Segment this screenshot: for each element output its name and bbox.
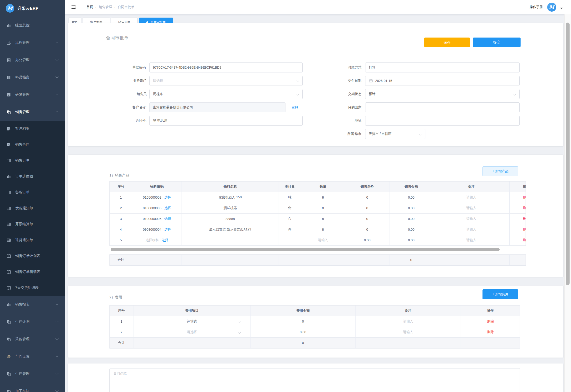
price-cell[interactable]: 0 <box>345 192 390 203</box>
delete-row-link[interactable]: 删除 <box>487 330 494 334</box>
sidebar-item-shipping-notice[interactable]: 发货通知单 <box>0 200 65 216</box>
delete-row-link[interactable]: 删除 <box>487 319 494 323</box>
sidebar-item-7day-delivery-report[interactable]: 7天交货明细表 <box>0 280 65 296</box>
collapse-sidebar-icon[interactable] <box>71 4 76 10</box>
note-cell[interactable]: 请输入 <box>433 192 510 203</box>
doc-code-input[interactable] <box>153 66 299 69</box>
form-row: 单据编码: <box>73 62 309 72</box>
contract-terms-textarea[interactable] <box>109 368 520 392</box>
note-cell[interactable]: 请输入 <box>356 327 461 337</box>
sidebar-item-return-notice[interactable]: 退货通知单 <box>0 232 65 248</box>
delete-row-link[interactable]: 删除 <box>523 227 526 232</box>
material-select-link[interactable]: 选择 <box>164 195 171 200</box>
fee-item-select[interactable]: 运输费 <box>134 316 251 327</box>
qty-cell[interactable]: 请输入 <box>301 235 345 246</box>
sidebar-item-production-plan[interactable]: 生产计划 <box>0 313 65 330</box>
address-field[interactable] <box>365 116 520 126</box>
contract-no-field[interactable] <box>150 116 303 126</box>
doc-code-field[interactable] <box>150 62 303 72</box>
fees-card: 2）费用 + 新增费用 序号 费用项目 费用金额 备注 操作 1 运输费 0 请… <box>68 286 563 358</box>
sidebar-item-workshop-settings[interactable]: 车间设置 <box>0 348 65 365</box>
horizontal-scrollbar-thumb[interactable] <box>111 248 500 251</box>
sidebar-item-sales-mgmt[interactable]: 销售管理 <box>0 103 65 121</box>
price-cell[interactable]: 0.00 <box>345 235 390 246</box>
sidebar-item-sales-contract[interactable]: 销售合同 <box>0 137 65 153</box>
delivery-status-select[interactable]: 预计 <box>365 89 520 99</box>
salesperson-select[interactable]: 周桂东 <box>150 89 303 99</box>
breadcrumb-sales-mgmt[interactable]: 销售管理 <box>99 5 112 9</box>
qty-cell[interactable]: 8 <box>301 203 345 214</box>
sidebar-item-rd-mgmt[interactable]: 研发管理 <box>0 86 65 103</box>
app-logo[interactable]: M 升阳云ERP <box>0 0 65 17</box>
delete-row-link[interactable]: 删除 <box>523 217 526 221</box>
manual-link[interactable]: 操作手册 <box>530 5 543 9</box>
contract-no-input[interactable] <box>153 119 299 123</box>
doc-edit-icon <box>6 126 11 131</box>
user-menu-caret-icon[interactable] <box>560 8 563 9</box>
qty-cell[interactable]: 8 <box>301 224 345 235</box>
main-content: 首页 客户档案 销售合同 合同审批单 合同审批单 保存 提交 单据编码: 业务部… <box>65 14 571 392</box>
breadcrumb-home[interactable]: 首页 <box>86 5 93 9</box>
qty-cell[interactable]: 8 <box>301 214 345 224</box>
add-fee-button[interactable]: + 新增费用 <box>482 289 518 299</box>
customer-select-link[interactable]: 选择 <box>292 105 298 110</box>
price-cell[interactable]: 0 <box>345 203 390 214</box>
business-dept-select[interactable]: 请选择 <box>150 76 303 86</box>
payment-method-input[interactable] <box>369 66 516 69</box>
delete-row-link[interactable]: 删除 <box>523 238 526 242</box>
breadcrumb-current-page: 合同审批单 <box>118 5 135 9</box>
destination-country-input[interactable] <box>369 105 516 109</box>
province-city-select[interactable]: 天津市 / 市辖区 <box>365 129 425 139</box>
sidebar-item-production-mgmt[interactable]: 生产管理 <box>0 365 65 382</box>
user-avatar[interactable]: M <box>547 3 556 12</box>
sidebar-item-processing-workshop[interactable]: 加工车间 <box>0 382 65 392</box>
fee-amount-cell[interactable]: 0.00 <box>251 327 356 337</box>
save-button[interactable]: 保存 <box>424 38 470 47</box>
products-card: 1）销售产品 + 新增产品 序号 物料编码 物料名称 主计量 数量 销售单价 销… <box>68 155 563 277</box>
note-cell[interactable]: 请输入 <box>433 203 510 214</box>
add-product-button[interactable]: + 新增产品 <box>482 166 518 176</box>
qty-cell[interactable]: 8 <box>301 192 345 203</box>
chevron-down-icon <box>419 133 421 135</box>
notebook-icon <box>6 58 11 62</box>
note-cell[interactable]: 请输入 <box>433 235 510 246</box>
fee-amount-cell[interactable]: 0 <box>251 316 356 327</box>
sidebar-item-sales-order[interactable]: 销售订单 <box>0 153 65 168</box>
doc-edit-icon <box>6 142 11 147</box>
sidebar-item-office-mgmt[interactable]: 办公管理 <box>0 51 65 69</box>
app-title: 升阳云ERP <box>17 6 39 11</box>
payment-method-field[interactable] <box>365 62 520 72</box>
price-cell[interactable]: 0 <box>345 224 390 235</box>
material-select-link[interactable]: 选择 <box>164 227 171 232</box>
delete-row-link[interactable]: 删除 <box>523 206 526 210</box>
sidebar-item-business-overview[interactable]: 经营总控 <box>0 17 65 34</box>
fee-item-select[interactable]: 请选择 <box>134 327 251 337</box>
sidebar-item-process-mgmt[interactable]: 流程管理 <box>0 34 65 51</box>
sidebar-item-purchase-mgmt[interactable]: 采购管理 <box>0 330 65 348</box>
note-cell[interactable]: 请输入 <box>356 316 461 327</box>
note-cell[interactable]: 请输入 <box>433 214 510 224</box>
material-select-link[interactable]: 选择 <box>164 217 171 221</box>
vertical-scrollbar-track[interactable] <box>564 14 571 392</box>
destination-country-field[interactable] <box>365 102 520 112</box>
products-total-row: 合计 0 <box>109 254 526 266</box>
vertical-scrollbar-thumb[interactable] <box>566 23 570 285</box>
submit-button[interactable]: 提交 <box>473 38 521 47</box>
sidebar-item-order-detail-report[interactable]: 销售订单明细表 <box>0 264 65 280</box>
sidebar-item-material-archive[interactable]: 料品档案 <box>0 69 65 86</box>
material-select-link[interactable]: 选择 <box>164 206 171 210</box>
chevron-down-icon <box>55 40 59 43</box>
delivery-date-field[interactable]: 2026-01-15 <box>365 76 520 86</box>
form-row: 客户名称: 山河智能装备股份有限公司 选择 <box>73 102 309 112</box>
material-select-link[interactable]: 选择 <box>162 238 168 242</box>
sidebar-item-stock-order[interactable]: 备货订单 <box>0 184 65 200</box>
sidebar-item-order-plan-report[interactable]: 销售订单计划表 <box>0 248 65 264</box>
sidebar-item-sales-report[interactable]: 销售报表 <box>0 296 65 313</box>
address-input[interactable] <box>369 119 516 123</box>
sidebar-item-customer-archive[interactable]: 客户档案 <box>0 121 65 137</box>
note-cell[interactable]: 请输入 <box>433 224 510 235</box>
sidebar-item-invoice-settlement[interactable]: 开票结算单 <box>0 216 65 232</box>
sidebar-item-order-progress[interactable]: 订单进度图 <box>0 168 65 184</box>
price-cell[interactable]: 0 <box>345 214 390 224</box>
delete-row-link[interactable]: 删除 <box>523 195 526 200</box>
